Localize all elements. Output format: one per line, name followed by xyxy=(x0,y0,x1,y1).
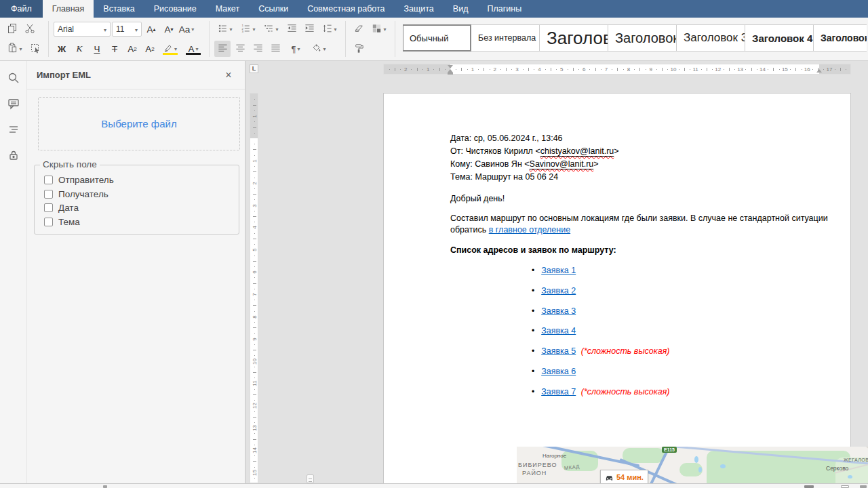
menu-tab-file[interactable]: Файл xyxy=(0,0,43,18)
h-ruler-number: 4 xyxy=(536,66,542,73)
clear-style-button[interactable] xyxy=(351,21,367,37)
first-line-indent-marker[interactable] xyxy=(448,65,453,68)
menu-tab-plugins[interactable]: Плагины xyxy=(477,0,531,18)
statusbar-zoom-icon[interactable] xyxy=(804,485,814,488)
copy-button[interactable] xyxy=(4,21,20,37)
clipboard-group xyxy=(1,18,46,60)
v-ruler-tick xyxy=(254,311,255,312)
color-scheme-button[interactable] xyxy=(368,21,390,37)
style-item-5[interactable]: Заголовок 4 xyxy=(745,24,814,52)
plugin-lock-button[interactable] xyxy=(7,149,20,161)
statusbar-icon[interactable] xyxy=(103,485,107,488)
v-ruler-tick xyxy=(253,171,256,172)
align-justify-button[interactable] xyxy=(267,41,283,57)
menu-tab-home[interactable]: Главная xyxy=(43,0,94,18)
v-ruler-tick xyxy=(254,445,255,445)
style-item-6[interactable]: Заголовок 5 xyxy=(813,24,867,52)
comments-button[interactable] xyxy=(7,98,20,110)
align-center-button[interactable] xyxy=(232,41,248,57)
superscript-button[interactable]: A2 xyxy=(124,41,140,57)
main-office-link[interactable]: в главное отделение xyxy=(489,225,570,235)
numbered-list-button[interactable]: 123 xyxy=(237,21,259,37)
style-item-2[interactable]: Заголовок 1 xyxy=(539,24,608,52)
route-map-image[interactable]: Нагорное МКАД БИБИРЕВО РАЙОН E115 ЖЕГАЛО… xyxy=(517,447,868,483)
change-case-button[interactable]: Aa xyxy=(178,21,195,37)
search-button[interactable] xyxy=(7,72,20,84)
menu-tab-draw[interactable]: Рисование xyxy=(144,0,206,18)
decrease-indent-icon xyxy=(287,24,297,35)
increase-font-button[interactable]: A▴ xyxy=(143,21,159,37)
shading-button[interactable] xyxy=(308,41,330,57)
italic-button[interactable]: К xyxy=(71,41,87,57)
style-item-3[interactable]: Заголовок 2 xyxy=(608,24,677,52)
file-dropzone[interactable]: Выберите файл xyxy=(38,97,240,150)
request-link-2[interactable]: Заявка 3 xyxy=(541,306,576,316)
line-spacing-button[interactable] xyxy=(319,21,340,37)
request-link-4[interactable]: Заявка 5 xyxy=(541,346,576,356)
hide-field-checkbox-2[interactable] xyxy=(44,203,53,212)
v-ruler-tick xyxy=(254,99,255,100)
request-link-1[interactable]: Заявка 2 xyxy=(541,286,576,296)
strikethrough-button[interactable]: Т xyxy=(106,41,123,57)
v-ruler-tick xyxy=(253,327,256,328)
select-button[interactable] xyxy=(27,41,43,57)
pilcrow-icon: ¶ xyxy=(292,44,296,54)
subscript-button[interactable]: A2 xyxy=(142,41,158,57)
font-size-select[interactable]: 11 xyxy=(112,22,142,37)
request-link-0[interactable]: Заявка 1 xyxy=(541,266,576,275)
close-panel-button[interactable] xyxy=(222,68,235,82)
h-ruler-tick xyxy=(445,69,446,70)
menu-tab-insert[interactable]: Вставка xyxy=(94,0,144,18)
request-link-5[interactable]: Заявка 6 xyxy=(541,367,576,376)
paste-button[interactable] xyxy=(4,41,26,57)
v-ruler-tick xyxy=(254,256,255,256)
hide-field-checkbox-1[interactable] xyxy=(44,190,53,199)
align-left-button[interactable] xyxy=(214,41,231,57)
font-name-select[interactable]: Arial xyxy=(54,22,111,37)
color-scheme-icon xyxy=(372,24,382,35)
menu-tab-collaboration[interactable]: Совместная работа xyxy=(298,0,394,18)
v-ruler-tick xyxy=(254,121,255,122)
choose-file-link[interactable]: Выберите файл xyxy=(101,118,176,129)
menu-tab-view[interactable]: Вид xyxy=(443,0,478,18)
statusbar-fit-page-icon[interactable] xyxy=(841,485,849,488)
right-indent-marker[interactable] xyxy=(816,69,822,73)
underline-button[interactable]: Ч xyxy=(89,41,105,57)
nonprinting-chars-button[interactable]: ¶ xyxy=(285,41,307,57)
horizontal-scrollbar-thumb[interactable] xyxy=(307,474,314,483)
h-ruler-tick xyxy=(461,68,462,71)
cut-button[interactable] xyxy=(22,21,38,37)
bold-button[interactable]: Ж xyxy=(54,41,70,57)
align-right-button[interactable] xyxy=(250,41,266,57)
request-link-3[interactable]: Заявка 4 xyxy=(541,326,576,336)
font-color-button[interactable]: A xyxy=(182,41,204,57)
menu-tab-layout[interactable]: Макет xyxy=(206,0,249,18)
menu-tab-protection[interactable]: Защита xyxy=(395,0,443,18)
h-ruler-tick xyxy=(400,69,401,70)
menu-tab-references[interactable]: Ссылки xyxy=(249,0,298,18)
hide-field-fieldset: Скрыть поле ОтправительПолучательДатаТем… xyxy=(34,165,239,235)
decrease-font-button[interactable]: A▾ xyxy=(161,21,177,37)
tab-stop-selector[interactable]: L xyxy=(250,64,258,73)
h-ruler-number: 2 xyxy=(492,66,498,73)
increase-indent-button[interactable] xyxy=(301,21,317,37)
request-row-0: Заявка 1 xyxy=(532,266,576,275)
highlight-color-button[interactable] xyxy=(159,41,181,57)
hide-field-checkbox-3[interactable] xyxy=(44,218,53,226)
h-ruler-tick xyxy=(802,69,802,70)
left-indent-marker[interactable] xyxy=(448,73,453,75)
decrease-indent-button[interactable] xyxy=(283,21,300,37)
style-item-1[interactable]: Без интервала xyxy=(471,24,540,52)
navigation-button[interactable] xyxy=(7,123,20,136)
statusbar-fit-width-icon[interactable] xyxy=(860,485,867,488)
style-item-0[interactable]: Обычный xyxy=(403,24,471,52)
style-item-4[interactable]: Заголовок 3 xyxy=(676,24,745,52)
h-ruler-tick xyxy=(545,69,546,70)
multilevel-list-button[interactable] xyxy=(260,21,282,37)
bullet-list-button[interactable] xyxy=(214,21,236,37)
request-link-6[interactable]: Заявка 7 xyxy=(541,387,576,396)
h-ruler-number: 12 xyxy=(715,66,720,73)
hide-field-checkbox-0[interactable] xyxy=(44,176,53,184)
copy-style-button[interactable] xyxy=(351,41,367,57)
spellcheck-underline: Savinov@lanit.ru xyxy=(530,159,594,169)
